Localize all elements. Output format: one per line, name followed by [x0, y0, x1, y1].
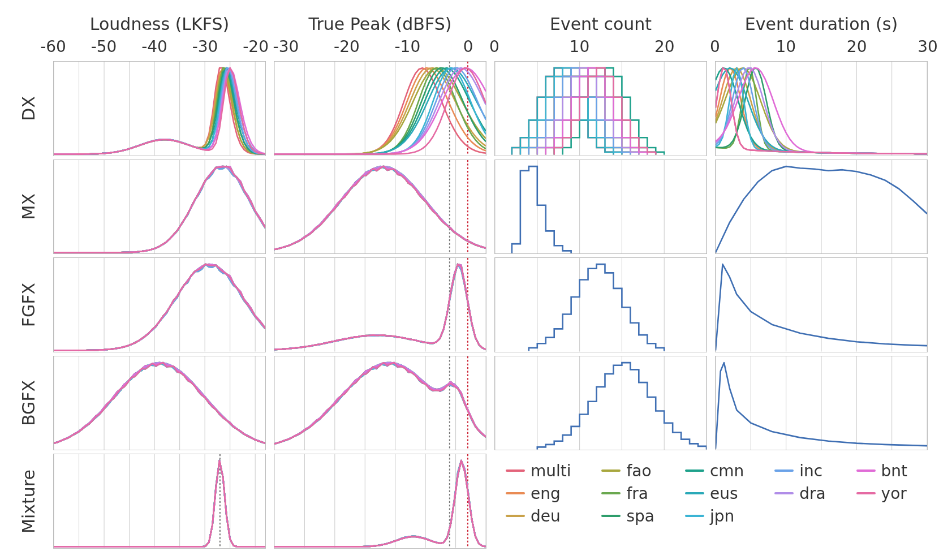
legend-label: yor	[881, 484, 907, 503]
tick: -40	[141, 37, 167, 56]
legend-label: multi	[531, 462, 571, 480]
legend-label: inc	[799, 462, 822, 480]
panel-DX-evdur	[715, 61, 928, 156]
col-title-truepeak: True Peak (dBFS)	[274, 14, 486, 34]
legend-swatch	[601, 492, 621, 494]
legend-label: jpn	[710, 507, 734, 525]
tick: 10	[570, 37, 590, 56]
panel-BGFX-truepeak	[274, 356, 486, 451]
row-label-FGFX: FGFX	[19, 283, 38, 327]
col-title-loudness: Loudness (LKFS)	[53, 14, 266, 34]
legend-item-spa: spa	[601, 506, 670, 526]
tick: -20	[334, 37, 360, 56]
row-label-BGFX: BGFX	[19, 380, 38, 426]
panel-FGFX-loudness	[53, 257, 266, 352]
legend-label: cmn	[710, 462, 744, 480]
legend-swatch	[506, 515, 525, 517]
panel-FGFX-evdur	[715, 257, 928, 352]
legend-swatch	[601, 515, 621, 517]
legend-item-yor: yor	[856, 483, 923, 503]
ticks-evcount: 01020	[494, 37, 707, 58]
legend-item-fra: fra	[601, 483, 670, 503]
legend-swatch	[506, 469, 525, 472]
panel-BGFX-evcount	[494, 356, 707, 451]
legend-item-multi: multi	[506, 460, 587, 481]
legend-item-deu: deu	[506, 506, 587, 526]
legend-swatch	[856, 469, 876, 472]
tick: 0	[710, 37, 720, 56]
legend-item-bnt: bnt	[856, 460, 923, 481]
tick: -50	[91, 37, 117, 56]
panel-MX-loudness	[53, 160, 266, 255]
tick: -10	[394, 37, 420, 56]
panel-MX-truepeak	[274, 160, 486, 255]
figure: Loudness (LKFS)True Peak (dBFS)Event cou…	[11, 11, 928, 549]
panel-MX-evdur	[715, 160, 928, 255]
col-title-evdur: Event duration (s)	[715, 14, 928, 34]
legend-label: bnt	[881, 462, 908, 480]
legend-item-eus: eus	[685, 483, 760, 503]
legend-item-dra: dra	[774, 483, 841, 503]
panel-DX-evcount	[494, 61, 707, 156]
legend-label: fra	[626, 484, 648, 503]
legend-swatch	[774, 492, 794, 494]
tick: 30	[918, 37, 938, 56]
tick: -30	[192, 37, 218, 56]
ticks-truepeak: -30-20-100	[274, 37, 486, 58]
panel-BGFX-loudness	[53, 356, 266, 451]
tick: 0	[489, 37, 499, 56]
ticks-evdur: 0102030	[715, 37, 928, 58]
tick: 0	[463, 37, 473, 56]
panel-Mixture-truepeak	[274, 454, 486, 549]
legend-swatch	[685, 492, 704, 494]
panel-FGFX-evcount	[494, 257, 707, 352]
legend-label: spa	[626, 507, 654, 525]
tick: 10	[776, 37, 796, 56]
legend-item-cmn: cmn	[685, 460, 760, 481]
row-label-MX: MX	[19, 193, 38, 219]
panel-BGFX-evdur	[715, 356, 928, 451]
legend-swatch	[856, 492, 876, 494]
panel-Mixture-loudness	[53, 454, 266, 549]
legend-item-inc: inc	[774, 460, 841, 481]
row-label-DX: DX	[19, 96, 38, 121]
col-title-evcount: Event count	[494, 14, 707, 34]
panel-DX-truepeak	[274, 61, 486, 156]
legend-swatch	[601, 469, 621, 472]
tick: -60	[40, 37, 66, 56]
legend-label: deu	[531, 507, 561, 525]
tick: 20	[654, 37, 675, 56]
ticks-loudness: -60-50-40-30-20	[53, 37, 266, 58]
legend-item-fao: fao	[601, 460, 670, 481]
legend-item-jpn: jpn	[685, 506, 760, 526]
legend-swatch	[506, 492, 525, 494]
legend-label: eng	[531, 484, 561, 503]
row-label-Mixture: Mixture	[19, 469, 38, 533]
legend-swatch	[685, 469, 704, 472]
legend-label: dra	[799, 484, 825, 503]
legend: multifaocmnincbntengfraeusdrayordeuspajp…	[494, 454, 928, 549]
legend-label: fao	[626, 462, 651, 480]
legend-swatch	[685, 515, 704, 517]
tick: 20	[847, 37, 867, 56]
panel-DX-loudness	[53, 61, 266, 156]
tick: -30	[273, 37, 299, 56]
panel-FGFX-truepeak	[274, 257, 486, 352]
corner	[11, 11, 45, 34]
legend-label: eus	[710, 484, 738, 503]
tick: -20	[243, 37, 269, 56]
legend-item-eng: eng	[506, 483, 587, 503]
legend-swatch	[774, 469, 794, 472]
panel-MX-evcount	[494, 160, 707, 255]
